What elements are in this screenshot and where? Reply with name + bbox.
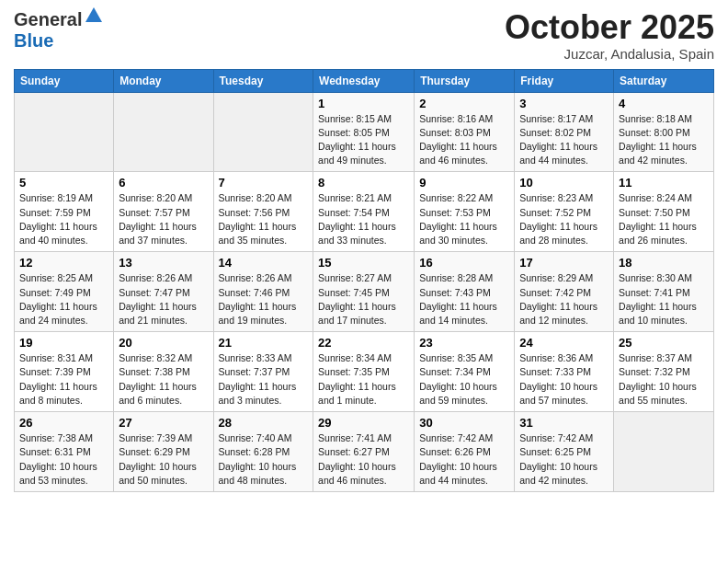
title-block: October 2025 Juzcar, Andalusia, Spain <box>505 9 714 62</box>
day-number: 3 <box>519 97 609 110</box>
day-number: 26 <box>19 416 108 430</box>
calendar-cell: 7Sunrise: 8:20 AM Sunset: 7:56 PM Daylig… <box>213 172 313 252</box>
location: Juzcar, Andalusia, Spain <box>505 46 714 62</box>
calendar-cell: 24Sunrise: 8:36 AM Sunset: 7:33 PM Dayli… <box>515 332 614 412</box>
calendar-week-row: 26Sunrise: 7:38 AM Sunset: 6:31 PM Dayli… <box>15 412 714 492</box>
weekday-header-cell: Friday <box>515 69 614 92</box>
weekday-header-cell: Monday <box>114 69 213 92</box>
weekday-header-cell: Saturday <box>614 69 714 92</box>
calendar-cell: 29Sunrise: 7:41 AM Sunset: 6:27 PM Dayli… <box>313 412 415 492</box>
calendar-cell: 6Sunrise: 8:20 AM Sunset: 7:57 PM Daylig… <box>114 172 213 252</box>
day-number: 21 <box>219 336 309 350</box>
calendar-cell: 20Sunrise: 8:32 AM Sunset: 7:38 PM Dayli… <box>114 332 213 412</box>
calendar-cell: 22Sunrise: 8:34 AM Sunset: 7:35 PM Dayli… <box>313 332 415 412</box>
logo-icon <box>84 6 104 26</box>
day-number: 7 <box>219 176 309 190</box>
calendar-cell <box>213 92 313 172</box>
day-info: Sunrise: 8:25 AM Sunset: 7:49 PM Dayligh… <box>19 271 108 327</box>
calendar-cell: 10Sunrise: 8:23 AM Sunset: 7:52 PM Dayli… <box>515 172 614 252</box>
day-number: 4 <box>619 97 709 110</box>
day-number: 12 <box>19 256 108 270</box>
day-number: 13 <box>119 256 208 270</box>
calendar-cell: 11Sunrise: 8:24 AM Sunset: 7:50 PM Dayli… <box>614 172 714 252</box>
day-number: 1 <box>318 97 409 110</box>
calendar-week-row: 5Sunrise: 8:19 AM Sunset: 7:59 PM Daylig… <box>15 172 714 252</box>
calendar-cell: 9Sunrise: 8:22 AM Sunset: 7:53 PM Daylig… <box>415 172 515 252</box>
weekday-header-cell: Wednesday <box>313 69 415 92</box>
day-number: 25 <box>619 336 709 350</box>
day-info: Sunrise: 8:28 AM Sunset: 7:43 PM Dayligh… <box>419 271 509 327</box>
day-info: Sunrise: 8:37 AM Sunset: 7:32 PM Dayligh… <box>619 351 709 408</box>
logo-general: General <box>14 9 82 29</box>
day-info: Sunrise: 8:26 AM Sunset: 7:47 PM Dayligh… <box>119 271 208 327</box>
calendar-week-row: 19Sunrise: 8:31 AM Sunset: 7:39 PM Dayli… <box>15 332 714 412</box>
day-info: Sunrise: 7:42 AM Sunset: 6:25 PM Dayligh… <box>519 431 609 488</box>
day-info: Sunrise: 8:26 AM Sunset: 7:46 PM Dayligh… <box>219 271 309 327</box>
day-info: Sunrise: 8:23 AM Sunset: 7:52 PM Dayligh… <box>519 191 609 247</box>
day-number: 27 <box>119 416 208 430</box>
day-number: 15 <box>318 256 409 270</box>
day-info: Sunrise: 8:24 AM Sunset: 7:50 PM Dayligh… <box>619 191 709 247</box>
day-info: Sunrise: 8:21 AM Sunset: 7:54 PM Dayligh… <box>318 191 409 247</box>
calendar-cell: 14Sunrise: 8:26 AM Sunset: 7:46 PM Dayli… <box>213 252 313 332</box>
day-number: 11 <box>619 176 709 190</box>
day-number: 8 <box>318 176 409 190</box>
svg-marker-0 <box>85 7 102 22</box>
calendar-cell: 19Sunrise: 8:31 AM Sunset: 7:39 PM Dayli… <box>15 332 114 412</box>
day-info: Sunrise: 7:42 AM Sunset: 6:26 PM Dayligh… <box>419 431 509 488</box>
weekday-header-cell: Sunday <box>15 69 114 92</box>
calendar-cell: 15Sunrise: 8:27 AM Sunset: 7:45 PM Dayli… <box>313 252 415 332</box>
calendar-cell: 27Sunrise: 7:39 AM Sunset: 6:29 PM Dayli… <box>114 412 213 492</box>
day-number: 29 <box>318 416 409 430</box>
calendar-body: 1Sunrise: 8:15 AM Sunset: 8:05 PM Daylig… <box>15 92 714 491</box>
day-info: Sunrise: 8:16 AM Sunset: 8:03 PM Dayligh… <box>419 112 509 168</box>
day-number: 20 <box>119 336 208 350</box>
day-number: 14 <box>219 256 309 270</box>
day-number: 9 <box>419 176 509 190</box>
calendar-week-row: 12Sunrise: 8:25 AM Sunset: 7:49 PM Dayli… <box>15 252 714 332</box>
day-number: 23 <box>419 336 509 350</box>
calendar-cell: 16Sunrise: 8:28 AM Sunset: 7:43 PM Dayli… <box>415 252 515 332</box>
day-info: Sunrise: 8:31 AM Sunset: 7:39 PM Dayligh… <box>19 351 108 408</box>
day-info: Sunrise: 8:15 AM Sunset: 8:05 PM Dayligh… <box>318 112 409 168</box>
calendar-cell: 13Sunrise: 8:26 AM Sunset: 7:47 PM Dayli… <box>114 252 213 332</box>
calendar-cell: 3Sunrise: 8:17 AM Sunset: 8:02 PM Daylig… <box>515 92 614 172</box>
logo: General Blue <box>14 9 104 52</box>
day-number: 17 <box>519 256 609 270</box>
day-info: Sunrise: 8:20 AM Sunset: 7:57 PM Dayligh… <box>119 191 208 247</box>
day-info: Sunrise: 7:40 AM Sunset: 6:28 PM Dayligh… <box>219 431 309 488</box>
calendar-table: SundayMondayTuesdayWednesdayThursdayFrid… <box>14 69 714 492</box>
day-info: Sunrise: 8:36 AM Sunset: 7:33 PM Dayligh… <box>519 351 609 408</box>
day-info: Sunrise: 8:33 AM Sunset: 7:37 PM Dayligh… <box>219 351 309 408</box>
day-info: Sunrise: 8:34 AM Sunset: 7:35 PM Dayligh… <box>318 351 409 408</box>
calendar-cell: 2Sunrise: 8:16 AM Sunset: 8:03 PM Daylig… <box>415 92 515 172</box>
day-info: Sunrise: 7:41 AM Sunset: 6:27 PM Dayligh… <box>318 431 409 488</box>
calendar-cell: 1Sunrise: 8:15 AM Sunset: 8:05 PM Daylig… <box>313 92 415 172</box>
logo-blue: Blue <box>14 30 53 51</box>
calendar-cell <box>114 92 213 172</box>
calendar-cell: 23Sunrise: 8:35 AM Sunset: 7:34 PM Dayli… <box>415 332 515 412</box>
calendar-cell: 31Sunrise: 7:42 AM Sunset: 6:25 PM Dayli… <box>515 412 614 492</box>
day-number: 31 <box>519 416 609 430</box>
calendar-cell: 25Sunrise: 8:37 AM Sunset: 7:32 PM Dayli… <box>614 332 714 412</box>
day-info: Sunrise: 8:19 AM Sunset: 7:59 PM Dayligh… <box>19 191 108 247</box>
calendar-cell: 26Sunrise: 7:38 AM Sunset: 6:31 PM Dayli… <box>15 412 114 492</box>
day-info: Sunrise: 8:35 AM Sunset: 7:34 PM Dayligh… <box>419 351 509 408</box>
day-info: Sunrise: 8:27 AM Sunset: 7:45 PM Dayligh… <box>318 271 409 327</box>
calendar-cell: 12Sunrise: 8:25 AM Sunset: 7:49 PM Dayli… <box>15 252 114 332</box>
day-info: Sunrise: 8:29 AM Sunset: 7:42 PM Dayligh… <box>519 271 609 327</box>
day-number: 19 <box>19 336 108 350</box>
page-header: General Blue October 2025 Juzcar, Andalu… <box>14 9 714 62</box>
calendar-cell <box>15 92 114 172</box>
calendar-cell: 17Sunrise: 8:29 AM Sunset: 7:42 PM Dayli… <box>515 252 614 332</box>
day-info: Sunrise: 8:17 AM Sunset: 8:02 PM Dayligh… <box>519 112 609 168</box>
day-info: Sunrise: 8:22 AM Sunset: 7:53 PM Dayligh… <box>419 191 509 247</box>
calendar-week-row: 1Sunrise: 8:15 AM Sunset: 8:05 PM Daylig… <box>15 92 714 172</box>
day-info: Sunrise: 8:18 AM Sunset: 8:00 PM Dayligh… <box>619 112 709 168</box>
day-info: Sunrise: 7:38 AM Sunset: 6:31 PM Dayligh… <box>19 431 108 488</box>
weekday-header-row: SundayMondayTuesdayWednesdayThursdayFrid… <box>15 69 714 92</box>
month-title: October 2025 <box>505 9 714 46</box>
day-number: 30 <box>419 416 509 430</box>
weekday-header-cell: Tuesday <box>213 69 313 92</box>
day-info: Sunrise: 8:20 AM Sunset: 7:56 PM Dayligh… <box>219 191 309 247</box>
